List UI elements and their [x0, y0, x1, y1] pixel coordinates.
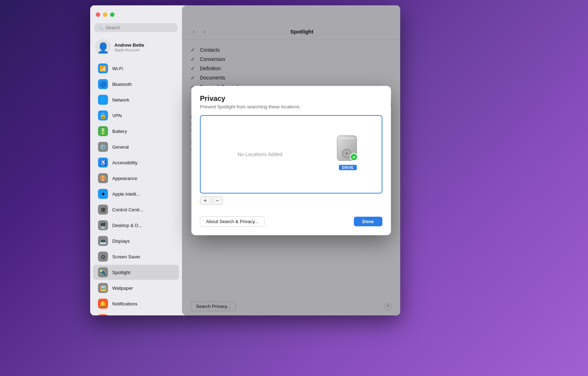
sidebar-label-control-center: Control Centr... — [112, 207, 143, 212]
sidebar-item-wallpaper[interactable]: 🖼️Wallpaper — [93, 280, 179, 295]
sidebar-label-battery: Battery — [112, 129, 127, 134]
sidebar-label-notifications: Notifications — [112, 301, 138, 307]
user-profile[interactable]: 👤 Andrew Bette Apple Account — [90, 36, 182, 58]
vpn-icon: 🔒 — [98, 110, 108, 120]
wifi-icon: 📶 — [98, 63, 108, 73]
drive-icon-container: + DRIVE — [335, 135, 360, 170]
user-name: Andrew Bette — [114, 42, 144, 48]
sidebar-item-notifications[interactable]: 🔔Notifications — [93, 296, 179, 311]
drive-icon: + — [335, 135, 360, 163]
search-input[interactable] — [105, 25, 174, 30]
sound-icon: 🔊 — [98, 314, 108, 315]
sidebar-label-vpn: VPN — [112, 113, 122, 118]
close-button[interactable] — [96, 12, 100, 17]
sidebar-item-accessibility[interactable]: ♿Accessibility — [93, 155, 179, 170]
sidebar-items: 📶Wi-Fi🔵Bluetooth🌐Network🔒VPN🔋Battery⚙️Ge… — [90, 61, 182, 315]
modal-title: Privacy — [200, 94, 382, 103]
main-content: ‹ › Spotlight ✓Contacts✓Conversion✓Defin… — [182, 5, 400, 315]
sidebar-label-network: Network — [112, 97, 129, 103]
done-button[interactable]: Done — [354, 217, 383, 226]
add-location-button[interactable]: + — [200, 196, 211, 205]
modal-subtitle: Prevent Spotlight from searching these l… — [200, 104, 382, 109]
avatar-figure: 👤 — [97, 43, 109, 53]
sidebar-label-desktop: Desktop & D... — [112, 223, 142, 228]
apple-intelligence-icon: ✦ — [98, 189, 108, 199]
battery-icon: 🔋 — [98, 126, 108, 136]
svg-rect-1 — [339, 138, 355, 139]
appearance-icon: 🎨 — [98, 173, 108, 183]
traffic-lights — [96, 12, 114, 17]
accessibility-icon: ♿ — [98, 158, 108, 168]
search-bar[interactable]: 🔍 — [94, 23, 177, 32]
sidebar-item-bluetooth[interactable]: 🔵Bluetooth — [93, 77, 179, 92]
sidebar-label-displays: Displays — [112, 238, 130, 244]
bluetooth-icon: 🔵 — [98, 79, 108, 89]
sidebar-label-bluetooth: Bluetooth — [112, 82, 132, 87]
modal-toolbar: + − — [200, 196, 382, 205]
drive-svg: + — [335, 135, 360, 165]
avatar: 👤 — [95, 39, 111, 55]
sidebar-item-displays[interactable]: 💻Displays — [93, 233, 179, 248]
sidebar-item-battery[interactable]: 🔋Battery — [93, 124, 179, 139]
sidebar-label-spotlight: Spotlight — [112, 270, 130, 275]
sidebar-label-general: General — [112, 144, 129, 150]
user-info: Andrew Bette Apple Account — [114, 42, 144, 52]
about-search-privacy-button[interactable]: About Search & Privacy... — [200, 216, 264, 227]
minimize-button[interactable] — [103, 12, 107, 17]
privacy-modal: Privacy Prevent Spotlight from searching… — [191, 86, 391, 235]
locations-box: No Locations Added — [200, 115, 382, 194]
sidebar-item-general[interactable]: ⚙️General — [93, 139, 179, 154]
sidebar-label-accessibility: Accessibility — [112, 160, 138, 165]
displays-icon: 💻 — [98, 236, 108, 246]
control-center-icon: ⊞ — [98, 205, 108, 215]
network-icon: 🌐 — [98, 95, 108, 105]
sidebar-item-sound[interactable]: 🔊Sound — [93, 312, 179, 315]
maximize-button[interactable] — [110, 12, 114, 17]
sidebar: 🔍 👤 Andrew Bette Apple Account 📶Wi-Fi🔵Bl… — [90, 5, 182, 315]
sidebar-label-wallpaper: Wallpaper — [112, 285, 133, 291]
sidebar-item-vpn[interactable]: 🔒VPN — [93, 108, 179, 123]
modal-footer: About Search & Privacy... Done — [200, 213, 382, 227]
general-icon: ⚙️ — [98, 142, 108, 152]
remove-location-button[interactable]: − — [212, 196, 223, 205]
sidebar-item-wifi[interactable]: 📶Wi-Fi — [93, 61, 179, 76]
svg-text:+: + — [352, 154, 355, 160]
sidebar-item-network[interactable]: 🌐Network — [93, 92, 179, 107]
no-locations-text: No Locations Added — [238, 151, 282, 157]
sidebar-label-apple-intelligence: Apple Intelli... — [112, 191, 140, 197]
svg-point-3 — [345, 152, 348, 155]
wallpaper-icon: 🖼️ — [98, 283, 108, 293]
sidebar-item-desktop[interactable]: 🖥️Desktop & D... — [93, 218, 179, 233]
sidebar-item-control-center[interactable]: ⊞Control Centr... — [93, 202, 179, 217]
search-icon: 🔍 — [98, 25, 103, 30]
sidebar-item-apple-intelligence[interactable]: ✦Apple Intelli... — [93, 186, 179, 201]
desktop-icon: 🖥️ — [98, 220, 108, 230]
sidebar-label-appearance: Appearance — [112, 176, 137, 181]
main-window: 🔍 👤 Andrew Bette Apple Account 📶Wi-Fi🔵Bl… — [90, 5, 400, 315]
notifications-icon: 🔔 — [98, 299, 108, 309]
sidebar-label-wifi: Wi-Fi — [112, 66, 123, 71]
drive-label: DRIVE — [339, 165, 356, 170]
spotlight-icon: 🔦 — [98, 267, 108, 277]
sidebar-label-screen-saver: Screen Saver — [112, 254, 140, 259]
screen-saver-icon: ⊙ — [98, 252, 108, 262]
sidebar-item-screen-saver[interactable]: ⊙Screen Saver — [93, 249, 179, 264]
sidebar-item-appearance[interactable]: 🎨Appearance — [93, 171, 179, 186]
user-subtitle: Apple Account — [114, 48, 144, 52]
modal-overlay: Privacy Prevent Spotlight from searching… — [182, 5, 400, 315]
sidebar-item-spotlight[interactable]: 🔦Spotlight — [93, 265, 179, 280]
